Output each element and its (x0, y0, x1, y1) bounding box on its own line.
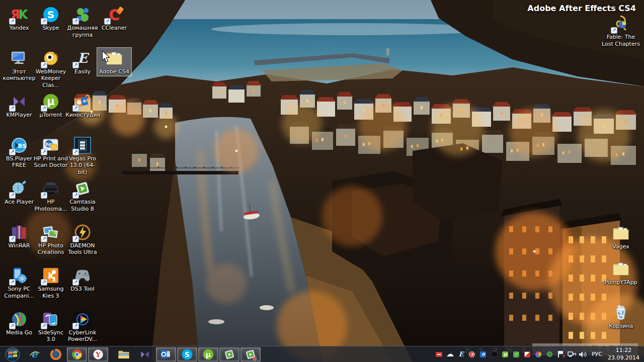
taskbar-camtasia-recorder[interactable] (240, 347, 261, 361)
desktop-icon-hp-print-and-scan-doctor[interactable]: hp↗HP Print and Scan Doctor (34, 135, 68, 170)
easily-icon: E↗ (73, 49, 92, 68)
overlay-title: Adobe After Effects CS4 (527, 4, 636, 13)
icon-label: Корзина (601, 323, 641, 330)
desktop-icon-этот-компьютер[interactable]: Этот компьютер (2, 48, 36, 83)
icon-label: HP Photosma... (34, 199, 68, 213)
desktop-icon-hp-photo-creations[interactable]: ↗HP Photo Creations (34, 222, 68, 257)
icon-label: Samsung Kies 3 (34, 286, 68, 300)
skype-logo-icon: S↗ (41, 5, 60, 24)
folder-icon (611, 259, 630, 279)
desktop-icon-ace-player[interactable]: ↗Ace Player (2, 178, 36, 207)
tray-color-wheel-icon[interactable] (534, 350, 543, 358)
taskbar-kmplayer[interactable] (135, 347, 155, 361)
desktop-icon-fable-the-lost-chapters[interactable]: ↗Fable: The Lost Chapters (601, 13, 641, 49)
desktop-icon-ds3-tool[interactable]: ↗DS3 Tool (65, 265, 100, 294)
cloud-icon[interactable]: ☁ (446, 350, 454, 358)
desktop[interactable]: B Y R N E PHOTOGRAPHY Adobe After Effect… (0, 0, 644, 362)
desktop-icon-webmoney-keeper-clas[interactable]: ↗WebMoney Keeper Clas... (34, 48, 68, 90)
desktop-icon-media-go[interactable]: ↗Media Go (2, 309, 36, 337)
tray-webmoney-icon[interactable]: E (457, 350, 465, 358)
desktop-icon-kmplayer[interactable]: ↗KMPlayer (2, 91, 36, 120)
desktop-icon-torrent[interactable]: µ↗µTorrent (34, 91, 68, 120)
shortcut-arrow-icon: ↗ (9, 279, 16, 286)
icon-label: BS.Player FREE (2, 155, 36, 169)
camtasia-icon (223, 348, 235, 360)
tray-red-circle-icon[interactable]: x (468, 350, 476, 358)
icon-label: Skype (34, 25, 68, 32)
movie-maker-icon: ↗ (73, 92, 92, 111)
taskbar-buttons: eYSµ (0, 346, 261, 362)
desktop-icon-pumpytapp[interactable]: PumpYTApp (601, 258, 641, 287)
taskbar-internet-explorer[interactable]: e (25, 347, 45, 361)
icon-label: Этот компьютер (2, 68, 36, 82)
samsung-kies-icon: K3↗ (41, 266, 60, 285)
taskbar: eYSµ ☁Exoµ✓x РУС 11:22 23.09.2014 (0, 346, 644, 362)
tray-red-app-icon[interactable] (435, 350, 443, 358)
camtasia-rec-icon (244, 348, 257, 360)
shortcut-arrow-icon: ↗ (72, 62, 79, 68)
desktop-icon-киностудия[interactable]: ↗Киностудия (65, 91, 100, 120)
desktop-icon-camtasia-studio-8[interactable]: ↗Camtasia Studio 8 (65, 178, 100, 214)
icon-label: DAEMON Tools Ultra (65, 242, 100, 256)
taskbar-clock[interactable]: 11:22 23.09.2014 (606, 347, 644, 361)
kmplayer-icon: ↗ (10, 92, 29, 111)
icon-label: Vagex (601, 243, 641, 250)
desktop-icon-samsung-kies-3[interactable]: K3↗Samsung Kies 3 (34, 265, 68, 301)
icon-label: WinRAR (2, 242, 36, 249)
chrome-icon (70, 348, 83, 360)
shortcut-arrow-icon: ↗ (72, 192, 79, 199)
tray-red-white-icon[interactable] (523, 350, 532, 358)
taskbar-camtasia-studio[interactable] (219, 347, 239, 361)
desktop-icon-sony-pc-compani[interactable]: ↗Sony PC Compani... (2, 265, 36, 301)
taskbar-chrome[interactable] (67, 347, 87, 361)
icon-label: SideSync 3.0 (34, 329, 68, 343)
desktop-icon-skype[interactable]: S↗Skype (34, 4, 68, 33)
desktop-icon-daemon-tools-ultra[interactable]: ↗DAEMON Tools Ultra (65, 222, 100, 257)
taskbar-outlook[interactable] (156, 347, 176, 361)
network-icon[interactable] (568, 350, 576, 358)
shortcut-arrow-icon: ↗ (41, 105, 47, 112)
desktop-icon-bs-player-free[interactable]: BS↗BS.Player FREE (2, 135, 36, 170)
taskbar-skype[interactable]: S (177, 347, 197, 361)
tray-green-dot-icon[interactable] (545, 350, 554, 358)
tray-outlook-icon[interactable]: o (479, 350, 488, 358)
tray-icons: ☁Exoµ✓x (435, 350, 587, 358)
shortcut-arrow-icon: ↗ (41, 18, 47, 25)
taskbar-firefox[interactable] (46, 347, 66, 361)
desktop-icon-домашняя-группа[interactable]: ↗Домашняя группа (65, 4, 100, 40)
taskbar-file-explorer[interactable] (114, 347, 134, 361)
desktop-icon-vegas-pro-13-0-64-bit[interactable]: ↗Vegas Pro 13.0 (64-bit) (65, 135, 100, 177)
media-go-icon: ↗ (10, 310, 29, 329)
tray-black-app-icon[interactable] (490, 350, 499, 358)
shortcut-arrow-icon: ↗ (72, 149, 79, 155)
desktop-icon-yandex[interactable]: ЯK↗Yandex (2, 4, 36, 33)
shortcut-arrow-icon: ↗ (9, 192, 16, 199)
desktop-icon-cyberlink-powerdv[interactable]: ↗CyberLink PowerDV... (65, 309, 100, 344)
desktop-icon-sidesync-3-0[interactable]: ↗SideSync 3.0 (34, 309, 68, 344)
icon-label: KMPlayer (2, 112, 36, 119)
action-center-flag-icon[interactable]: x (556, 350, 565, 358)
icon-label: WebMoney Keeper Clas... (34, 68, 68, 89)
shortcut-arrow-icon: ↗ (9, 323, 16, 329)
icon-label: CCleaner (97, 25, 131, 32)
desktop-icon-winrar[interactable]: ↗WinRAR (2, 222, 36, 250)
desktop-icon-easily[interactable]: E↗Easily (65, 48, 100, 76)
tray-utorrent-icon[interactable]: µ (501, 350, 510, 358)
shortcut-arrow-icon: ↗ (72, 105, 79, 112)
volume-icon[interactable] (579, 350, 587, 358)
language-indicator[interactable]: РУС (587, 351, 606, 357)
taskbar-yandex-browser[interactable]: Y (88, 347, 108, 361)
ds3-tool-icon: ↗ (73, 266, 92, 285)
antivirus-check-icon[interactable]: ✓ (512, 350, 521, 358)
windows-start-icon (4, 345, 22, 362)
hp-photosmart-icon: ↗ (41, 179, 60, 198)
start-button[interactable] (2, 347, 24, 361)
yandex-browser-icon: Y (92, 348, 104, 360)
desktop-icon-vagex[interactable]: Vagex (601, 223, 641, 251)
taskbar-utorrent[interactable]: µ (198, 347, 218, 361)
desktop-icon-ccleaner[interactable]: C↗CCleaner (97, 4, 131, 33)
computer-pc-icon (10, 49, 29, 68)
shortcut-arrow-icon: ↗ (41, 192, 47, 199)
desktop-icon-корзина[interactable]: Корзина (601, 302, 641, 331)
desktop-icon-hp-photosma[interactable]: ↗HP Photosma... (34, 178, 68, 214)
